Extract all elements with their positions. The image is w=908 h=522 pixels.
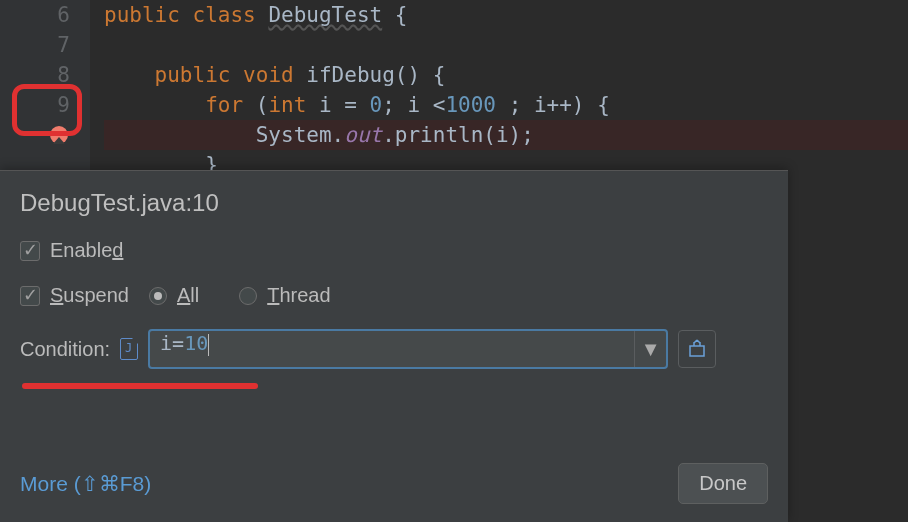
breakpoint-gutter[interactable] xyxy=(0,120,70,150)
line-number: 7 xyxy=(0,30,70,60)
line-number: 8 xyxy=(0,60,70,90)
suspend-thread-label: Thread xyxy=(267,284,330,307)
line-number: 6 xyxy=(0,0,70,30)
suspend-thread-radio[interactable] xyxy=(239,287,257,305)
popup-title: DebugTest.java:10 xyxy=(20,189,768,217)
code-line xyxy=(104,30,908,60)
code-line-active: System.out.println(i); xyxy=(104,120,908,150)
condition-input[interactable]: i=10 xyxy=(150,331,634,367)
enabled-row: Enabled xyxy=(20,239,768,262)
suspend-all-label: All xyxy=(177,284,199,307)
condition-label: Condition: xyxy=(20,338,110,361)
suspend-label: Suspend xyxy=(50,284,129,307)
condition-dropdown-icon[interactable]: ▼ xyxy=(634,331,666,367)
done-button[interactable]: Done xyxy=(678,463,768,504)
more-link[interactable]: More (⇧⌘F8) xyxy=(20,472,151,496)
enabled-checkbox[interactable] xyxy=(20,241,40,261)
popup-footer: More (⇧⌘F8) Done xyxy=(20,463,768,504)
condition-input-wrapper: i=10 ▼ xyxy=(148,329,668,369)
code-area[interactable]: public class DebugTest { public void ifD… xyxy=(90,0,908,180)
enabled-label: Enabled xyxy=(50,239,123,262)
condition-row: Condition: i=10 ▼ xyxy=(20,329,768,369)
breakpoint-popup: DebugTest.java:10 Enabled Suspend All Th… xyxy=(0,170,788,522)
code-line: public class DebugTest { xyxy=(104,0,908,30)
svg-rect-0 xyxy=(690,346,704,356)
expand-editor-button[interactable] xyxy=(678,330,716,368)
editor-gutter: 6 7 8 9 xyxy=(0,0,90,180)
code-line: for (int i = 0; i <1000 ; i++) { xyxy=(104,90,908,120)
java-file-icon xyxy=(120,338,138,360)
annotation-underline xyxy=(22,383,258,389)
suspend-row: Suspend All Thread xyxy=(20,284,768,307)
suspend-checkbox[interactable] xyxy=(20,286,40,306)
code-editor: 6 7 8 9 public class DebugTest { public … xyxy=(0,0,908,180)
expand-icon xyxy=(687,339,707,359)
breakpoint-icon[interactable] xyxy=(50,126,68,144)
suspend-all-radio[interactable] xyxy=(149,287,167,305)
line-number: 9 xyxy=(0,90,70,120)
code-line: public void ifDebug() { xyxy=(104,60,908,90)
